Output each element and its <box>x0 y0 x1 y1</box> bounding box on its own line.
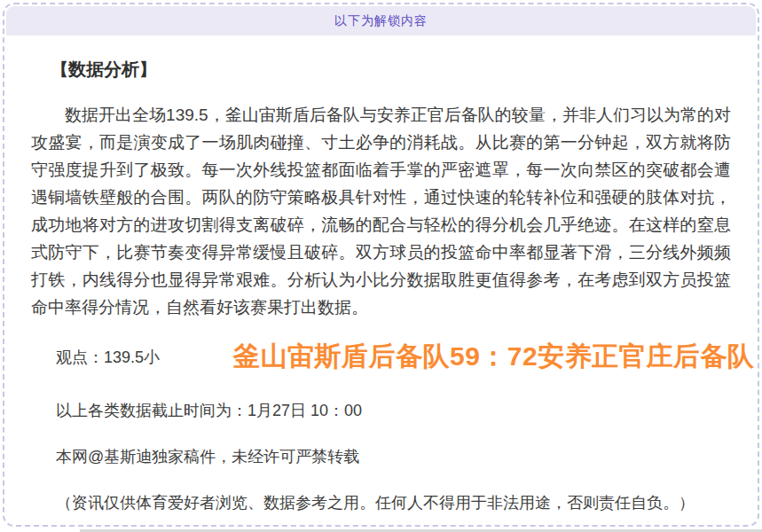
prediction-score: 釜山宙斯盾后备队59：72安养正官庄后备队 <box>233 339 754 375</box>
unlock-banner: 以下为解锁内容 <box>6 6 756 35</box>
article-content: 【数据分析】 数据开出全场139.5，釜山宙斯盾后备队与安养正官后备队的较量，并… <box>4 35 758 513</box>
analysis-paragraph: 数据开出全场139.5，釜山宙斯盾后备队与安养正官后备队的较量，并非人们习以为常… <box>31 101 731 321</box>
page-viewport: 以下为解锁内容 【数据分析】 数据开出全场139.5，釜山宙斯盾后备队与安养正官… <box>0 0 762 532</box>
viewpoint-row: 观点：139.5小 釜山宙斯盾后备队59：72安养正官庄后备队 <box>56 339 731 375</box>
disclaimer: （资讯仅供体育爱好者浏览、数据参考之用。任何人不得用于非法用途，否则责任自负。） <box>56 492 731 513</box>
data-deadline: 以上各类数据截止时间为：1月27日 10：00 <box>56 400 731 421</box>
viewpoint-value: 观点：139.5小 <box>56 347 233 368</box>
section-title: 【数据分析】 <box>51 57 731 82</box>
unlocked-content-card: 以下为解锁内容 【数据分析】 数据开出全场139.5，釜山宙斯盾后备队与安养正官… <box>3 3 759 527</box>
copyright-notice: 本网@基斯迪独家稿件，未经许可严禁转载 <box>56 446 731 467</box>
unlock-banner-label: 以下为解锁内容 <box>334 13 428 29</box>
